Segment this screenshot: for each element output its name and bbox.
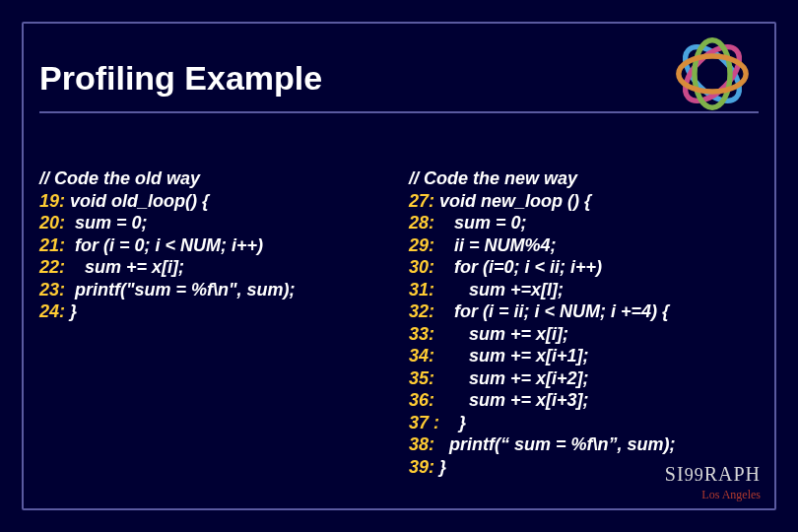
right-column: // Code the new way 27: void new_loop ()… [409, 167, 759, 478]
line-number: 22: [39, 257, 65, 277]
code-text: sum = 0; [434, 213, 527, 233]
code-text: ii = NUM%4; [434, 235, 557, 255]
line-number: 32: [409, 301, 434, 321]
code-text: sum += x[i]; [65, 257, 184, 277]
code-line: 35: sum += x[i+2]; [409, 367, 759, 390]
line-number: 36: [409, 390, 434, 410]
code-line: 33: sum += x[i]; [409, 323, 759, 346]
code-text: printf("sum = %f\n", sum); [65, 280, 296, 299]
line-number: 24: [39, 301, 65, 321]
code-line: 22: sum += x[i]; [39, 256, 389, 279]
code-text: printf(“ sum = %f\n”, sum); [434, 434, 676, 454]
line-number: 28: [409, 213, 434, 233]
title-underline [39, 111, 759, 113]
code-line: 21: for (i = 0; i < NUM; i++) [39, 234, 389, 257]
code-text: } [65, 301, 77, 321]
code-line: 23: printf("sum = %f\n", sum); [39, 279, 389, 301]
code-text: void new_loop () { [434, 191, 591, 211]
code-text: for (i=0; i < ii; i++) [434, 257, 602, 277]
slide-title: Profiling Example [39, 59, 759, 107]
code-line: 30: for (i=0; i < ii; i++) [409, 256, 759, 279]
code-text: sum += x[i+3]; [434, 390, 589, 410]
code-line: 19: void old_loop() { [39, 190, 389, 213]
line-number: 29: [409, 235, 434, 255]
footer-logo: SI99RAPH Los Angeles [665, 463, 761, 502]
line-number: 34: [409, 346, 434, 366]
code-text: for (i = ii; i < NUM; i +=4) { [434, 301, 669, 321]
code-line: 27: void new_loop () { [409, 190, 759, 213]
line-number: 39: [409, 457, 434, 477]
code-text: void old_loop() { [65, 191, 209, 211]
line-number: 31: [409, 280, 434, 299]
line-number: 30: [409, 257, 434, 277]
code-line: 37 : } [409, 412, 759, 434]
line-number: 21: [39, 235, 65, 255]
code-text: sum = 0; [65, 213, 148, 233]
line-number: 38: [409, 434, 434, 454]
code-columns: // Code the old way 19: void old_loop() … [39, 167, 759, 478]
left-heading: // Code the old way [39, 167, 389, 190]
line-number: 27: [409, 191, 434, 211]
code-text: sum +=x[I]; [434, 280, 564, 299]
code-line: 29: ii = NUM%4; [409, 234, 759, 257]
right-heading: // Code the new way [409, 167, 759, 190]
code-line: 31: sum +=x[I]; [409, 279, 759, 301]
code-text: for (i = 0; i < NUM; i++) [65, 235, 263, 255]
brand-left: SI [665, 463, 685, 485]
code-text: } [439, 413, 466, 432]
line-number: 33: [409, 324, 434, 344]
code-text: sum += x[i]; [434, 324, 568, 344]
line-number: 37 : [409, 413, 439, 432]
location-text: Los Angeles [665, 488, 761, 502]
code-line: 24: } [39, 300, 389, 323]
brand-mid: 99 [685, 465, 704, 485]
line-number: 23: [39, 280, 65, 299]
left-column: // Code the old way 19: void old_loop() … [39, 167, 389, 478]
line-number: 19: [39, 191, 65, 211]
code-text: sum += x[i+1]; [434, 346, 589, 366]
code-line: 20: sum = 0; [39, 212, 389, 234]
code-line: 36: sum += x[i+3]; [409, 389, 759, 412]
code-line: 28: sum = 0; [409, 212, 759, 234]
code-text: } [434, 457, 446, 477]
brand-right: RAPH [704, 463, 761, 485]
right-code: 27: void new_loop () {28: sum = 0;29: ii… [409, 190, 759, 479]
line-number: 20: [39, 213, 65, 233]
code-line: 38: printf(“ sum = %f\n”, sum); [409, 433, 759, 456]
code-line: 34: sum += x[i+1]; [409, 345, 759, 367]
left-code: 19: void old_loop() {20: sum = 0;21: for… [39, 190, 389, 323]
line-number: 35: [409, 368, 434, 388]
code-text: sum += x[i+2]; [434, 368, 589, 388]
code-line: 32: for (i = ii; i < NUM; i +=4) { [409, 300, 759, 323]
brand-text: SI99RAPH [665, 463, 761, 486]
